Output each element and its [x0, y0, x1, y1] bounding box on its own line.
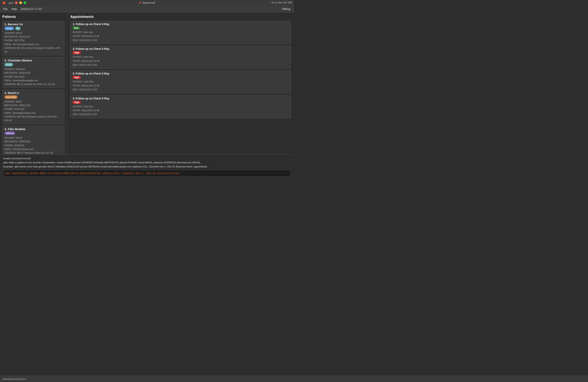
- patient-card-2[interactable]: 2. Charlotte Oliveiro covid GENDER: FEMA…: [2, 57, 64, 88]
- appointment-title: 4. Follow up on Chest X-Ray: [73, 97, 288, 100]
- appointment-info: PATIENT: John doe START: 2022/10/20 12:0…: [73, 105, 288, 117]
- patient-address: ADDRESS: Blk 11 Ang Mo Kio Street 74, #1…: [4, 83, 63, 86]
- window-title: MediFlowR: [143, 1, 155, 4]
- patient-info: GENDER: MALE BIRTHDATE: 2031/12/14 PHONE…: [4, 31, 63, 54]
- patient-birthdate: BIRTHDATE: 2000/10/20: [4, 140, 63, 144]
- patient-info: GENDER: MALE BIRTHDATE: 2000/10/20 PHONE…: [4, 100, 63, 122]
- close-button[interactable]: [15, 1, 18, 4]
- appointment-info: PATIENT: JoHn Doe START: 2023/12/20 12:0…: [73, 80, 288, 92]
- patient-birthdate: BIRTHDATE: 2000/10/20: [4, 104, 63, 107]
- priority-badge: high: [73, 51, 81, 54]
- appointment-start: START: 2023/12/20 12:00: [73, 84, 288, 88]
- illness-tags: covid: [4, 63, 63, 66]
- patient-email: EMAIL: lidavid@example.com: [4, 111, 63, 115]
- help-menu[interactable]: Help: [11, 7, 17, 11]
- file-menu[interactable]: File: [3, 7, 8, 11]
- appointment-title: 1. Follow up on Chest X-Ray: [73, 22, 288, 26]
- patient-name: 3. David Li: [4, 91, 63, 95]
- appointment-card-3[interactable]: 3. Follow up on Chest X-Ray high PATIENT…: [70, 70, 291, 93]
- illness-tags: bronchitis: [4, 95, 63, 99]
- priority-badge: high: [73, 101, 81, 104]
- illness-tag: cough: [4, 27, 14, 30]
- patient-email: EMAIL: irfan@example.com: [4, 148, 63, 151]
- patient-card-3[interactable]: 3. David Li bronchitis GENDER: MALE BIRT…: [2, 89, 64, 124]
- example-text: Example: add name=John Doe gender=MALE b…: [3, 165, 291, 169]
- appointment-title: 2. Follow up on Chest X-Ray: [73, 47, 288, 50]
- window-controls: 🍎 java: [2, 1, 26, 4]
- patient-info: GENDER: FEMALE BIRTHDATE: 2000/10/20 PHO…: [4, 67, 63, 86]
- priority-badge: low: [73, 26, 80, 30]
- appointment-end: END: 2023/10/20 13:00: [73, 38, 288, 42]
- console-area: Invalid command format! add: Adds a pati…: [0, 154, 294, 178]
- patient-card-1[interactable]: 1. Bernice Yu coughflu GENDER: MALE BIRT…: [2, 21, 64, 55]
- patient-gender: GENDER: MALE: [4, 100, 63, 104]
- appointment-end: END: 2022/10/20 13:00: [73, 112, 288, 116]
- patient-name: 1. Bernice Yu: [4, 22, 63, 26]
- illness-tags: asthma: [4, 131, 63, 135]
- system-tray: Fri 17 Nov 5:07 PM: [272, 1, 292, 4]
- appointments-title: Appointments: [70, 15, 291, 19]
- patient-address: ADDRESS: Blk 436 Serangoon Gardens Stree…: [4, 115, 63, 122]
- mac-titlebar: 🍎 java 📌 MediFlowR Fri 17 Nov 5:07 PM: [0, 0, 294, 5]
- patient-phone: PHONE: 93210283: [4, 75, 63, 79]
- patient-name: 2. Charlotte Oliveiro: [4, 59, 63, 62]
- help-add-text: add: Adds a patient to the records. Para…: [3, 161, 291, 165]
- patients-panel: Patients 1. Bernice Yu coughflu GENDER: …: [0, 12, 67, 154]
- minimize-button[interactable]: [19, 1, 22, 4]
- appointment-title: 3. Follow up on Chest X-Ray: [73, 72, 288, 75]
- patient-name: 4. Irfan Ibrahim: [4, 127, 63, 131]
- appointment-patient: PATIENT: John Doe: [73, 55, 288, 59]
- appointment-info: PATIENT: John Doe START: 2023/11/20 12:0…: [73, 55, 288, 67]
- appointment-start: START: 2023/10/20 12:00: [73, 34, 288, 38]
- datetime-display: Fri 17 Nov 5:07 PM: [272, 1, 292, 4]
- command-bar[interactable]: [3, 170, 291, 177]
- appointment-info: PATIENT: John doe START: 2023/10/20 12:0…: [73, 30, 288, 42]
- app-datetime: 2023/11/17 17:07: [21, 7, 42, 11]
- appointment-patient: PATIENT: JoHn Doe: [73, 80, 288, 84]
- talking-label: Talking:: [282, 7, 291, 11]
- patient-email: EMAIL: berniceyu@example.com: [4, 42, 63, 46]
- patient-email: EMAIL: charlotte@example.com: [4, 79, 63, 83]
- appointment-card-4[interactable]: 4. Follow up on Chest X-Ray high PATIENT…: [70, 95, 291, 118]
- appointments-list: 1. Follow up on Chest X-Ray low PATIENT:…: [70, 21, 291, 118]
- appointment-card-2[interactable]: 2. Follow up on Chest X-Ray high PATIENT…: [70, 45, 291, 69]
- patient-gender: GENDER: MALE: [4, 31, 63, 35]
- patient-phone: PHONE: 99272758: [4, 39, 63, 42]
- patient-phone: PHONE: 92492021: [4, 144, 63, 148]
- illness-tag: asthma: [4, 131, 15, 135]
- pin-icon: 📌: [139, 1, 141, 4]
- main-content: Patients 1. Bernice Yu coughflu GENDER: …: [0, 12, 294, 154]
- patient-info: GENDER: MALE BIRTHDATE: 2000/10/20 PHONE…: [4, 136, 63, 154]
- error-message: Invalid command format!: [3, 157, 291, 161]
- patient-gender: GENDER: FEMALE: [4, 67, 63, 71]
- appointment-start: START: 2022/10/20 12:00: [73, 108, 288, 112]
- window-title-area: 📌 MediFlowR: [139, 1, 155, 4]
- appointment-patient: PATIENT: John doe: [73, 30, 288, 34]
- priority-badge: high: [73, 76, 81, 79]
- appointment-end: END: 2023/11/20 13:00: [73, 63, 288, 67]
- patient-address: ADDRESS: Blk 47 Tampines Street 20, #17-…: [4, 151, 63, 154]
- appointments-panel: Appointments 1. Follow up on Chest X-Ray…: [67, 12, 294, 154]
- patient-address: ADDRESS: Blk 30 Lorong 3 Serangoon Garde…: [4, 46, 63, 54]
- command-input[interactable]: [5, 172, 289, 175]
- appointment-patient: PATIENT: John doe: [73, 105, 288, 108]
- maximize-button[interactable]: [23, 1, 26, 4]
- patient-card-4[interactable]: 4. Irfan Ibrahim asthma GENDER: MALE BIR…: [2, 126, 64, 154]
- app-menubar: File Help 2023/11/17 17:07 Talking:: [0, 5, 294, 12]
- patient-gender: GENDER: MALE: [4, 136, 63, 140]
- appointment-start: START: 2023/11/20 12:00: [73, 59, 288, 63]
- apple-menu-icon[interactable]: 🍎: [2, 1, 6, 4]
- patient-birthdate: BIRTHDATE: 2031/12/14: [4, 35, 63, 39]
- appointment-card-1[interactable]: 1. Follow up on Chest X-Ray low PATIENT:…: [70, 21, 291, 44]
- patient-birthdate: BIRTHDATE: 2000/10/20: [4, 71, 63, 75]
- patients-list: 1. Bernice Yu coughflu GENDER: MALE BIRT…: [2, 21, 64, 154]
- appointment-end: END: 2023/12/20 13:00: [73, 88, 288, 92]
- illness-tag: covid: [4, 63, 13, 66]
- patients-title: Patients: [2, 15, 64, 19]
- app-name-system: java: [9, 1, 13, 4]
- patient-phone: PHONE: 91031282: [4, 107, 63, 111]
- illness-tags: coughflu: [4, 27, 63, 30]
- illness-tag: flu: [15, 27, 21, 30]
- console-output: Invalid command format! add: Adds a pati…: [3, 157, 291, 169]
- illness-tag: bronchitis: [4, 95, 18, 99]
